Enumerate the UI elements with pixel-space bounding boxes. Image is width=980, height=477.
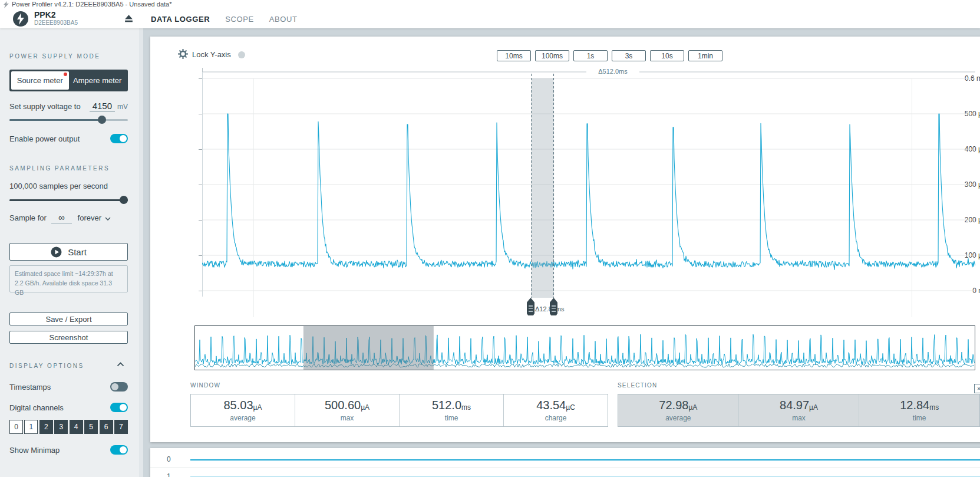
power-profiler-app: { "titlebar": { "title": "Power Profiler… bbox=[0, 0, 980, 477]
sampling-parameters-heading: SAMPLING PARAMETERS bbox=[9, 165, 110, 172]
clear-selection-button[interactable]: ✕ bbox=[974, 384, 980, 393]
timestamps-label: Timestamps bbox=[9, 383, 51, 392]
timestamps-row: Timestamps bbox=[9, 382, 128, 392]
digital-row-0-label: 0 bbox=[167, 455, 171, 463]
gear-icon[interactable] bbox=[178, 49, 188, 59]
range-button-10ms[interactable]: 10ms bbox=[497, 50, 531, 61]
digital-channels-row: Digital channels bbox=[9, 403, 128, 412]
ampere-meter-label: Ampere meter bbox=[73, 76, 121, 85]
range-button-100ms[interactable]: 100ms bbox=[535, 50, 569, 61]
digital-channels-label: Digital channels bbox=[9, 403, 64, 412]
range-button-1s[interactable]: 1s bbox=[573, 50, 608, 61]
window-delta-label: Δ512.0ms bbox=[593, 68, 632, 75]
timestamps-toggle[interactable] bbox=[110, 382, 128, 392]
window-stats-heading: WINDOW bbox=[190, 382, 220, 389]
enable-power-label: Enable power output bbox=[9, 134, 80, 143]
channel-button-2[interactable]: 2 bbox=[39, 420, 53, 434]
save-export-button[interactable]: Save / Export bbox=[9, 312, 128, 325]
window-time-cell: 512.0ms time bbox=[399, 394, 503, 426]
window-title: Power Profiler v4.2.1: D2EEE8903BA5 - Un… bbox=[12, 1, 171, 8]
range-button-1min[interactable]: 1min bbox=[688, 50, 722, 61]
show-minimap-toggle[interactable] bbox=[110, 445, 128, 455]
ppk2-logo bbox=[13, 11, 28, 27]
disk-space-note: Estimated space limit ~14:29:37h at 2.2 … bbox=[9, 265, 128, 292]
enable-power-toggle[interactable] bbox=[110, 134, 128, 143]
window-max-cell: 500.60µA max bbox=[295, 394, 399, 426]
sample-duration-input[interactable]: ∞ bbox=[51, 212, 72, 223]
chart-panel: Lock Y-axis 10ms 100ms 1s 3s 10s 1min Δ5… bbox=[150, 37, 980, 442]
screenshot-button[interactable]: Screenshot bbox=[9, 331, 128, 344]
minimap-chart bbox=[195, 326, 975, 370]
sample-for-row: Sample for ∞ forever bbox=[9, 212, 111, 223]
sidebar-scrollbar[interactable] bbox=[139, 28, 143, 477]
enable-power-row: Enable power output bbox=[9, 134, 128, 143]
voltage-input[interactable]: 4150 bbox=[90, 101, 115, 112]
app-window-icon bbox=[3, 1, 9, 8]
voltage-slider[interactable] bbox=[9, 116, 128, 124]
show-minimap-label: Show Minimap bbox=[9, 446, 60, 455]
device-serial: D2EEE8903BA5 bbox=[34, 19, 78, 26]
voltage-label: Set supply voltage to bbox=[9, 102, 81, 111]
channel-button-4[interactable]: 4 bbox=[70, 420, 83, 434]
digital-channels-panel: 0 1 bbox=[150, 448, 980, 477]
channel-button-5[interactable]: 5 bbox=[84, 420, 98, 434]
source-meter-button[interactable]: Source meter bbox=[11, 71, 69, 90]
source-meter-label: Source meter bbox=[17, 76, 63, 85]
selection-delta-label: Δ12.84ms bbox=[535, 305, 565, 312]
sidebar: POWER SUPPLY MODE Source meter Ampere me… bbox=[0, 28, 143, 477]
power-supply-mode-heading: POWER SUPPLY MODE bbox=[9, 53, 100, 60]
eject-icon bbox=[124, 14, 134, 24]
device-name: PPK2 bbox=[34, 10, 56, 19]
channel-button-7[interactable]: 7 bbox=[114, 420, 128, 434]
window-charge-cell: 43.54µC charge bbox=[503, 394, 608, 426]
range-button-3s[interactable]: 3s bbox=[612, 50, 646, 61]
sample-rate-slider[interactable] bbox=[9, 196, 128, 204]
channel-button-6[interactable]: 6 bbox=[100, 420, 113, 434]
start-button[interactable]: Start bbox=[9, 243, 128, 261]
chevron-up-icon[interactable] bbox=[117, 362, 124, 367]
eject-device-button[interactable] bbox=[124, 14, 134, 24]
display-options-heading: DISPLAY OPTIONS bbox=[9, 363, 84, 369]
digital-row-divider bbox=[150, 468, 980, 468]
app-header: PPK2 D2EEE8903BA5 DATA LOGGER SCOPE ABOU… bbox=[0, 9, 980, 28]
tab-data-logger[interactable]: DATA LOGGER bbox=[151, 15, 210, 24]
voltage-row: Set supply voltage to 4150 mV bbox=[9, 101, 128, 112]
selection-time-cell: 12.84ms time bbox=[859, 394, 979, 426]
sample-rate-label: 100,000 samples per second bbox=[9, 182, 108, 190]
sample-rate-slider-knob[interactable] bbox=[120, 196, 128, 204]
digital-row-1-label: 1 bbox=[167, 472, 171, 477]
digital-row-0-trace bbox=[190, 459, 980, 460]
digital-channels-toggle[interactable] bbox=[110, 403, 128, 412]
range-button-10s[interactable]: 10s bbox=[650, 50, 684, 61]
selection-average-cell: 72.98µA average bbox=[618, 394, 738, 426]
lightning-bolt-icon bbox=[13, 11, 28, 27]
ampere-meter-button[interactable]: Ampere meter bbox=[69, 71, 127, 90]
window-average-cell: 85.03µA average bbox=[191, 394, 295, 426]
voltage-slider-knob[interactable] bbox=[98, 116, 106, 124]
sample-for-label: Sample for bbox=[9, 213, 47, 222]
lock-y-axis-label: Lock Y-axis bbox=[192, 50, 231, 59]
selection-stats: 72.98µA average 84.97µA max 12.84ms time bbox=[618, 394, 980, 427]
selection-max-cell: 84.97µA max bbox=[738, 394, 859, 426]
time-range-buttons: 10ms 100ms 1s 3s 10s 1min bbox=[497, 50, 722, 61]
minimap[interactable] bbox=[194, 325, 975, 370]
tab-scope[interactable]: SCOPE bbox=[225, 15, 254, 24]
play-icon bbox=[51, 246, 62, 258]
voltage-unit: mV bbox=[117, 103, 128, 111]
tab-about[interactable]: ABOUT bbox=[269, 15, 298, 24]
window-titlebar: Power Profiler v4.2.1: D2EEE8903BA5 - Un… bbox=[0, 0, 980, 9]
current-chart[interactable] bbox=[202, 64, 975, 321]
show-minimap-row: Show Minimap bbox=[9, 445, 128, 455]
sample-duration-unit-select[interactable]: forever bbox=[78, 213, 101, 222]
channel-button-1[interactable]: 1 bbox=[24, 420, 38, 434]
digital-channel-selector: 0 1 2 3 4 5 6 7 bbox=[9, 420, 128, 434]
selection-stats-heading: SELECTION bbox=[618, 382, 657, 389]
chevron-down-icon[interactable] bbox=[105, 217, 111, 221]
meter-mode-segmented-control: Source meter Ampere meter bbox=[9, 70, 128, 91]
channel-button-3[interactable]: 3 bbox=[54, 420, 68, 434]
channel-button-0[interactable]: 0 bbox=[9, 420, 23, 434]
start-label: Start bbox=[68, 247, 87, 257]
window-stats: 85.03µA average 500.60µA max 512.0ms tim… bbox=[190, 394, 608, 427]
source-meter-alert-dot bbox=[64, 73, 67, 76]
nav-tabs: DATA LOGGER SCOPE ABOUT bbox=[151, 9, 298, 28]
